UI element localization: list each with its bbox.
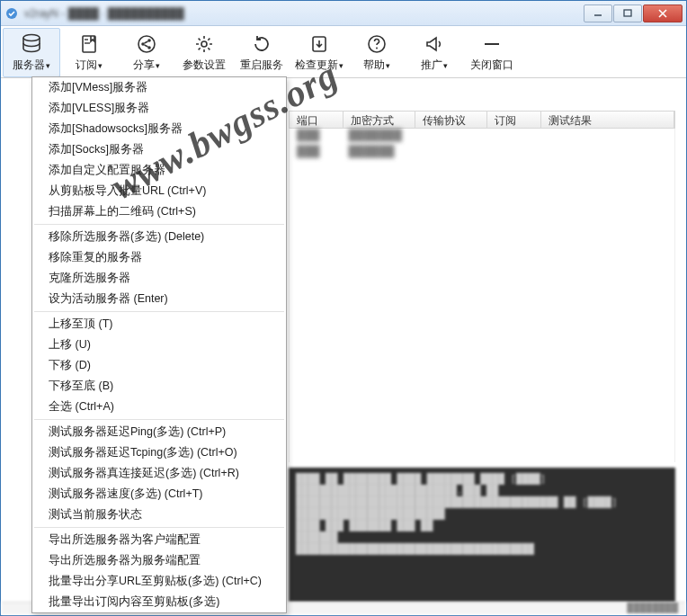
toolbar-restart[interactable]: 重启服务 [233,28,290,77]
svg-line-14 [145,45,148,47]
toolbar-label: 帮助▾ [363,58,390,73]
toolbar-settings[interactable]: 参数设置 [175,28,233,77]
table-row[interactable]: ██████████ [290,129,674,145]
menu-item[interactable]: 下移至底 (B) [32,376,286,397]
toolbar-close[interactable]: 关闭窗口 [463,28,521,77]
table-body[interactable]: ███████████████████ [289,129,675,462]
menu-item[interactable]: 添加[Shadowsocks]服务器 [32,119,286,139]
menu-item[interactable]: 导出所选服务器为客户端配置 [32,530,286,550]
menu-item[interactable]: 测试服务器延迟Tcping(多选) (Ctrl+O) [32,442,286,463]
svg-point-5 [23,35,40,41]
subscribe-icon [78,32,100,56]
svg-line-13 [145,41,148,43]
menu-item[interactable]: 批量导出分享URL至剪贴板(多选) (Ctrl+C) [32,571,286,592]
table-header: 端口加密方式传输协议订阅测试结果 [289,111,675,129]
toolbar-help[interactable]: 帮助▾ [348,28,406,77]
svg-point-12 [147,46,151,49]
close-button[interactable] [643,4,683,22]
menu-item[interactable]: 设为活动服务器 (Enter) [32,289,286,309]
svg-rect-6 [83,36,95,52]
log-console[interactable]: ████ ██ ████████ ████ ████████ ████ [███… [289,468,675,603]
menu-item[interactable]: 移除重复的服务器 [32,247,286,268]
menu-item[interactable]: 导出所选服务器为服务端配置 [32,550,286,571]
promo-icon [424,32,445,56]
menu-item[interactable]: 全选 (Ctrl+A) [32,397,286,417]
app-icon [4,6,19,21]
toolbar-server[interactable]: 服务器▾ [3,28,60,77]
close-icon [481,32,503,56]
menu-item[interactable]: 添加[Socks]服务器 [32,139,286,160]
menu-item[interactable]: 添加[VLESS]服务器 [32,98,286,119]
menu-item[interactable]: 上移至顶 (T) [32,314,286,335]
menu-item[interactable]: 测试当前服务状态 [32,504,286,525]
toolbar-label: 参数设置 [183,58,226,73]
menu-item[interactable]: 测试服务器延迟Ping(多选) (Ctrl+P) [32,422,286,442]
toolbar-label: 关闭窗口 [470,58,513,73]
toolbar-promo[interactable]: 推广▾ [406,28,463,77]
menu-item[interactable]: 从剪贴板导入批量URL (Ctrl+V) [32,181,286,201]
menu-item[interactable]: 移除所选服务器(多选) (Delete) [32,227,286,247]
menu-item[interactable]: 测试服务器真连接延迟(多选) (Ctrl+R) [32,463,286,484]
update-icon [308,32,330,56]
window-title: v2rayN - ████ · ██████████ [24,7,583,20]
toolbar-label: 服务器▾ [13,58,50,73]
toolbar-label: 订阅▾ [76,58,103,73]
toolbar-update[interactable]: 检查更新▾ [290,28,348,77]
toolbar-label: 推广▾ [421,58,448,73]
menu-item[interactable]: 添加自定义配置服务器 [32,160,286,181]
toolbar-label: 检查更新▾ [295,58,344,73]
column-header[interactable]: 传输协议 [415,112,487,128]
column-header[interactable]: 端口 [290,112,344,128]
share-icon [136,32,157,56]
server-icon [19,32,44,56]
restart-icon [251,32,272,56]
svg-point-10 [141,42,145,46]
column-header[interactable]: 加密方式 [344,112,415,128]
svg-point-18 [376,48,378,49]
svg-point-11 [147,39,151,42]
help-icon [366,32,388,56]
toolbar-share[interactable]: 分享▾ [118,28,175,77]
app-window: v2rayN - ████ · ██████████ 服务器▾订阅▾分享▾参数设… [0,0,687,616]
toolbar-subscribe[interactable]: 订阅▾ [60,28,118,77]
minimize-button[interactable] [584,4,612,22]
settings-icon [193,32,215,56]
menu-item[interactable]: 上移 (U) [32,335,286,355]
menu-item[interactable]: 测试服务器速度(多选) (Ctrl+T) [32,484,286,504]
menu-item[interactable]: 添加[VMess]服务器 [32,77,286,98]
menu-item[interactable]: 克隆所选服务器 [32,268,286,289]
toolbar-label: 分享▾ [133,58,160,73]
servers-context-menu: 添加[VMess]服务器添加[VLESS]服务器添加[Shadowsocks]服… [31,76,287,613]
toolbar-label: 重启服务 [240,58,283,73]
column-header[interactable]: 订阅 [487,112,541,128]
menu-item[interactable]: 扫描屏幕上的二维码 (Ctrl+S) [32,201,286,222]
toolbar: 服务器▾订阅▾分享▾参数设置重启服务检查更新▾帮助▾推广▾关闭窗口 [1,26,686,78]
titlebar[interactable]: v2rayN - ████ · ██████████ [1,1,686,26]
svg-point-9 [138,36,155,52]
column-header[interactable]: 测试结果 [541,112,674,128]
menu-item[interactable]: 下移 (D) [32,355,286,376]
table-row[interactable]: █████████ [290,145,674,161]
svg-point-15 [201,41,207,47]
maximize-button[interactable] [613,4,642,22]
menu-item[interactable]: 批量导出订阅内容至剪贴板(多选) [32,592,286,612]
svg-rect-2 [624,10,631,16]
